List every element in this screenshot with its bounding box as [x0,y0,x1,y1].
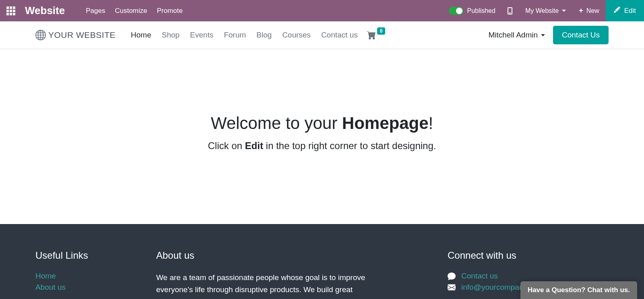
cart-button[interactable]: 0 [367,31,386,39]
mobile-preview-button[interactable] [501,0,519,21]
useful-links-heading: Useful Links [35,250,124,261]
footer-link-home[interactable]: Home [35,272,56,280]
contact-us-button[interactable]: Contact Us [553,26,609,44]
envelope-icon [448,283,456,291]
plus-icon: + [579,6,583,15]
main-nav: Home Shop Events Forum Blog Courses Cont… [131,31,358,39]
hero-sub-post: in the top right corner to start designi… [263,140,436,151]
nav-blog[interactable]: Blog [256,31,272,39]
useful-links-list: Home About us [35,272,124,292]
website-selector[interactable]: My Website [519,0,572,21]
hero-title-post: ! [429,114,433,133]
cart-icon [367,31,376,39]
nav-courses[interactable]: Courses [282,31,311,39]
nav-events[interactable]: Events [190,31,213,39]
menu-pages[interactable]: Pages [86,7,105,15]
cart-count-badge: 0 [377,27,386,35]
hero-section: Welcome to your Homepage! Click on Edit … [0,49,644,224]
about-heading: About us [156,250,415,261]
admin-topbar: Website Pages Customize Promote Publishe… [0,0,644,21]
hero-sub-pre: Click on [208,140,245,151]
hero-title-pre: Welcome to your [211,114,342,133]
nav-home[interactable]: Home [131,31,151,39]
hero-title: Welcome to your Homepage! [8,114,636,133]
app-brand[interactable]: Website [25,4,65,17]
hero-title-strong: Homepage [342,114,429,133]
about-text: We are a team of passionate people whose… [156,272,382,296]
topbar-left: Website Pages Customize Promote [0,4,183,17]
user-name: Mitchell Admin [489,31,538,39]
menu-customize[interactable]: Customize [115,7,147,15]
chevron-down-icon [562,10,566,12]
chat-icon [448,272,456,280]
admin-menu: Pages Customize Promote [86,7,183,15]
new-button[interactable]: + New [572,0,606,21]
edit-label: Edit [624,7,636,15]
nav-forum[interactable]: Forum [224,31,246,39]
footer-about: About us We are a team of passionate peo… [156,250,415,296]
header-right: Mitchell Admin Contact Us [489,26,609,44]
scroll-area[interactable]: YOUR WEBSITE Home Shop Events Forum Blog… [0,21,644,299]
connect-contact-link[interactable]: Contact us [461,272,498,280]
logo-text: YOUR WEBSITE [48,30,116,40]
footer-useful-links: Useful Links Home About us [35,250,124,296]
topbar-right: Published My Website + New Edit [443,0,644,21]
livechat-widget[interactable]: Have a Question? Chat with us. [520,281,637,299]
hero-sub-strong: Edit [245,140,263,151]
new-label: New [586,7,599,15]
site-header: YOUR WEBSITE Home Shop Events Forum Blog… [0,21,644,49]
site-logo[interactable]: YOUR WEBSITE [35,30,116,40]
website-selector-label: My Website [525,7,559,15]
publish-toggle[interactable] [449,7,463,15]
nav-contact[interactable]: Contact us [321,31,358,39]
hero-subtitle: Click on Edit in the top right corner to… [8,140,636,152]
publish-label: Published [467,7,495,15]
site-viewport: YOUR WEBSITE Home Shop Events Forum Blog… [0,21,644,299]
pencil-icon [614,6,620,15]
mobile-icon [508,7,512,15]
connect-heading: Connect with us [448,250,609,261]
menu-promote[interactable]: Promote [157,7,183,15]
chevron-down-icon [541,34,545,36]
nav-shop[interactable]: Shop [162,31,180,39]
globe-icon [35,30,46,40]
edit-button[interactable]: Edit [606,0,644,21]
footer-link-about[interactable]: About us [35,283,66,291]
publish-toggle-wrap: Published [443,7,501,15]
user-menu[interactable]: Mitchell Admin [489,31,545,39]
apps-grid-icon[interactable] [6,6,15,15]
